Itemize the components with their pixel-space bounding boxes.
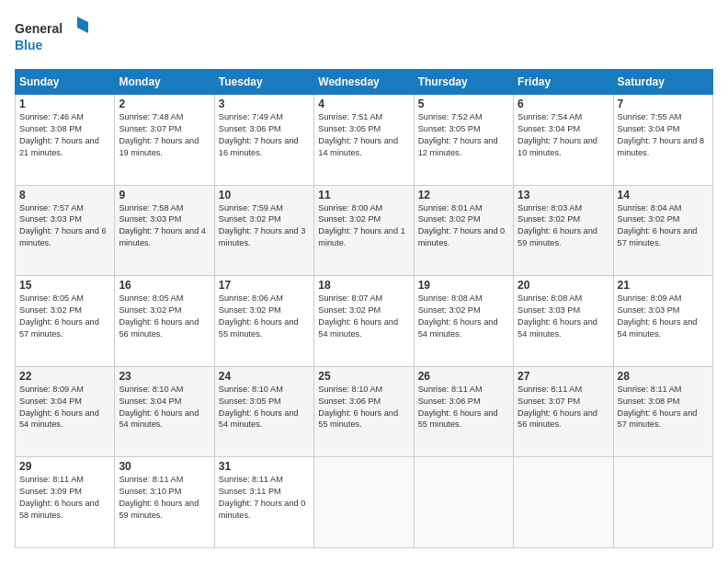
col-header-friday: Friday	[514, 70, 613, 95]
calendar-cell: 6Sunrise: 7:54 AMSunset: 3:04 PMDaylight…	[514, 95, 613, 186]
day-number: 5	[418, 98, 509, 110]
calendar-cell: 15Sunrise: 8:05 AMSunset: 3:02 PMDayligh…	[16, 276, 115, 367]
day-number: 14	[618, 189, 709, 201]
calendar-cell: 7Sunrise: 7:55 AMSunset: 3:04 PMDaylight…	[613, 95, 712, 186]
calendar-cell: 28Sunrise: 8:11 AMSunset: 3:08 PMDayligh…	[613, 366, 712, 457]
day-number: 7	[618, 98, 709, 110]
day-number: 2	[119, 98, 210, 110]
calendar-cell: 11Sunrise: 8:00 AMSunset: 3:02 PMDayligh…	[314, 185, 414, 276]
calendar-cell: 30Sunrise: 8:11 AMSunset: 3:10 PMDayligh…	[115, 457, 214, 548]
day-number: 8	[19, 189, 110, 201]
calendar-cell: 10Sunrise: 7:59 AMSunset: 3:02 PMDayligh…	[214, 185, 313, 276]
day-number: 6	[518, 98, 609, 110]
day-number: 31	[219, 460, 310, 473]
svg-text:General: General	[15, 21, 63, 36]
cell-text: Sunrise: 8:11 AMSunset: 3:07 PMDaylight:…	[518, 385, 597, 430]
calendar-cell: 31Sunrise: 8:11 AMSunset: 3:11 PMDayligh…	[214, 457, 313, 548]
calendar-cell: 29Sunrise: 8:11 AMSunset: 3:09 PMDayligh…	[16, 457, 115, 548]
calendar-cell: 17Sunrise: 8:06 AMSunset: 3:02 PMDayligh…	[214, 276, 313, 367]
calendar-cell	[613, 457, 712, 548]
cell-text: Sunrise: 8:10 AMSunset: 3:04 PMDaylight:…	[119, 385, 199, 430]
calendar-cell: 26Sunrise: 8:11 AMSunset: 3:06 PMDayligh…	[414, 366, 513, 457]
cell-text: Sunrise: 8:10 AMSunset: 3:06 PMDaylight:…	[318, 385, 398, 430]
calendar-cell: 2Sunrise: 7:48 AMSunset: 3:07 PMDaylight…	[115, 95, 214, 186]
calendar-cell: 5Sunrise: 7:52 AMSunset: 3:05 PMDaylight…	[414, 95, 513, 186]
cell-text: Sunrise: 8:04 AMSunset: 3:02 PMDaylight:…	[618, 203, 698, 248]
logo-block: General Blue	[15, 15, 97, 60]
calendar-cell: 9Sunrise: 7:58 AMSunset: 3:03 PMDaylight…	[115, 185, 214, 276]
cell-text: Sunrise: 8:05 AMSunset: 3:02 PMDaylight:…	[19, 293, 99, 339]
week-row-5: 29Sunrise: 8:11 AMSunset: 3:09 PMDayligh…	[16, 457, 713, 548]
cell-text: Sunrise: 8:06 AMSunset: 3:02 PMDaylight:…	[219, 293, 299, 339]
cell-text: Sunrise: 7:49 AMSunset: 3:06 PMDaylight:…	[219, 112, 299, 157]
day-number: 25	[318, 370, 409, 383]
day-number: 23	[119, 370, 210, 383]
calendar-cell: 22Sunrise: 8:09 AMSunset: 3:04 PMDayligh…	[16, 366, 115, 457]
col-header-sunday: Sunday	[16, 70, 115, 95]
calendar-cell: 21Sunrise: 8:09 AMSunset: 3:03 PMDayligh…	[613, 276, 712, 367]
col-header-saturday: Saturday	[613, 70, 712, 95]
day-number: 1	[19, 98, 110, 110]
cell-text: Sunrise: 8:01 AMSunset: 3:02 PMDaylight:…	[418, 203, 506, 248]
week-row-4: 22Sunrise: 8:09 AMSunset: 3:04 PMDayligh…	[16, 366, 713, 457]
week-row-2: 8Sunrise: 7:57 AMSunset: 3:03 PMDaylight…	[16, 185, 713, 276]
cell-text: Sunrise: 8:09 AMSunset: 3:04 PMDaylight:…	[19, 385, 99, 430]
cell-text: Sunrise: 7:46 AMSunset: 3:08 PMDaylight:…	[19, 112, 99, 157]
col-header-thursday: Thursday	[414, 70, 513, 95]
cell-text: Sunrise: 8:07 AMSunset: 3:02 PMDaylight:…	[318, 293, 398, 339]
calendar-cell	[414, 457, 513, 548]
day-number: 30	[119, 460, 210, 473]
cell-text: Sunrise: 7:48 AMSunset: 3:07 PMDaylight:…	[119, 112, 199, 157]
calendar-cell: 24Sunrise: 8:10 AMSunset: 3:05 PMDayligh…	[214, 366, 313, 457]
day-number: 21	[618, 279, 709, 292]
day-number: 11	[318, 189, 409, 201]
day-number: 27	[518, 370, 609, 383]
week-row-3: 15Sunrise: 8:05 AMSunset: 3:02 PMDayligh…	[16, 276, 713, 367]
cell-text: Sunrise: 8:08 AMSunset: 3:02 PMDaylight:…	[418, 293, 498, 339]
cell-text: Sunrise: 7:59 AMSunset: 3:02 PMDaylight:…	[219, 203, 306, 248]
calendar-cell: 12Sunrise: 8:01 AMSunset: 3:02 PMDayligh…	[414, 185, 513, 276]
col-header-monday: Monday	[115, 70, 214, 95]
svg-text:Blue: Blue	[15, 38, 43, 52]
cell-text: Sunrise: 8:08 AMSunset: 3:03 PMDaylight:…	[518, 293, 597, 339]
day-number: 28	[618, 370, 709, 383]
cell-text: Sunrise: 8:11 AMSunset: 3:11 PMDaylight:…	[219, 475, 306, 520]
calendar-cell: 8Sunrise: 7:57 AMSunset: 3:03 PMDaylight…	[16, 185, 115, 276]
cell-text: Sunrise: 8:11 AMSunset: 3:10 PMDaylight:…	[119, 475, 199, 520]
calendar-cell: 4Sunrise: 7:51 AMSunset: 3:05 PMDaylight…	[314, 95, 414, 186]
day-number: 26	[418, 370, 509, 383]
day-number: 17	[219, 279, 310, 292]
calendar-cell: 14Sunrise: 8:04 AMSunset: 3:02 PMDayligh…	[613, 185, 712, 276]
cell-text: Sunrise: 8:11 AMSunset: 3:08 PMDaylight:…	[618, 385, 698, 430]
cell-text: Sunrise: 8:09 AMSunset: 3:03 PMDaylight:…	[618, 293, 698, 339]
cell-text: Sunrise: 7:52 AMSunset: 3:05 PMDaylight:…	[418, 112, 498, 157]
calendar-cell: 19Sunrise: 8:08 AMSunset: 3:02 PMDayligh…	[414, 276, 513, 367]
calendar-table: SundayMondayTuesdayWednesdayThursdayFrid…	[15, 69, 713, 548]
day-number: 24	[219, 370, 310, 383]
cell-text: Sunrise: 8:11 AMSunset: 3:06 PMDaylight:…	[418, 385, 498, 430]
day-number: 22	[19, 370, 110, 383]
calendar-cell: 20Sunrise: 8:08 AMSunset: 3:03 PMDayligh…	[514, 276, 613, 367]
day-number: 15	[19, 279, 110, 292]
day-number: 16	[119, 279, 210, 292]
calendar-cell: 27Sunrise: 8:11 AMSunset: 3:07 PMDayligh…	[514, 366, 613, 457]
calendar-cell	[314, 457, 414, 548]
cell-text: Sunrise: 8:11 AMSunset: 3:09 PMDaylight:…	[19, 475, 99, 520]
logo: General Blue	[15, 15, 97, 60]
day-number: 18	[318, 279, 409, 292]
week-row-1: 1Sunrise: 7:46 AMSunset: 3:08 PMDaylight…	[16, 95, 713, 186]
day-number: 9	[119, 189, 210, 201]
calendar-cell: 18Sunrise: 8:07 AMSunset: 3:02 PMDayligh…	[314, 276, 414, 367]
day-number: 4	[318, 98, 409, 110]
day-number: 29	[19, 460, 110, 473]
day-number: 12	[418, 189, 509, 201]
calendar-cell: 1Sunrise: 7:46 AMSunset: 3:08 PMDaylight…	[16, 95, 115, 186]
day-number: 13	[518, 189, 609, 201]
cell-text: Sunrise: 7:57 AMSunset: 3:03 PMDaylight:…	[19, 203, 107, 248]
header: General Blue	[15, 15, 713, 60]
calendar-header-row: SundayMondayTuesdayWednesdayThursdayFrid…	[16, 70, 713, 95]
day-number: 10	[219, 189, 310, 201]
page: General Blue SundayMondayTuesdayWednesda…	[0, 0, 728, 563]
calendar-cell: 3Sunrise: 7:49 AMSunset: 3:06 PMDaylight…	[214, 95, 313, 186]
cell-text: Sunrise: 7:51 AMSunset: 3:05 PMDaylight:…	[318, 112, 398, 157]
